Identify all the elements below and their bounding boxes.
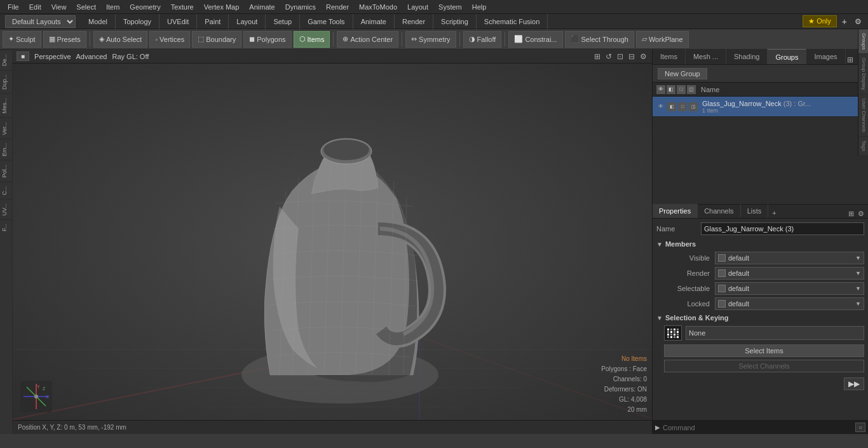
menu-layout[interactable]: Layout <box>402 2 433 12</box>
viewport-expand-btn[interactable]: ■ <box>17 51 29 61</box>
layout-tab-model[interactable]: Model <box>81 14 116 29</box>
viewport-icon-1[interactable]: ⊞ <box>593 52 602 61</box>
viewport-icon-3[interactable]: ⊡ <box>616 52 625 61</box>
props-tab-add[interactable]: + <box>768 208 780 218</box>
rst-tab-groups[interactable]: Groups <box>858 29 868 54</box>
select-through-btn[interactable]: ⬛ Select Through <box>565 31 634 48</box>
rst-tab-group-display[interactable]: Group Display <box>858 54 868 95</box>
menu-texture[interactable]: Texture <box>166 2 199 12</box>
render-dropdown[interactable]: default ▼ <box>715 267 864 280</box>
symmetry-btn[interactable]: ⇔ Symmetry <box>405 31 456 48</box>
vertices-btn[interactable]: ◦ Vertices <box>149 31 190 48</box>
left-tab-de[interactable]: De... <box>0 50 12 70</box>
layout-tab-setup[interactable]: Setup <box>266 14 300 29</box>
layout-tab-animate[interactable]: Animate <box>353 14 395 29</box>
visible-dropdown[interactable]: default ▼ <box>715 252 864 264</box>
arrow-forward-btn[interactable]: ▶▶ <box>844 377 864 390</box>
layout-add-btn[interactable]: + <box>839 17 850 27</box>
menu-help[interactable]: Help <box>467 2 492 12</box>
menu-view[interactable]: View <box>46 2 72 12</box>
falloff-btn[interactable]: ◑ Falloff <box>463 31 502 48</box>
menu-vertex-map[interactable]: Vertex Map <box>199 2 245 12</box>
layout-tab-layout[interactable]: Layout <box>229 14 266 29</box>
layout-tab-uvedit[interactable]: UVEdit <box>159 14 197 29</box>
svg-line-17 <box>389 181 394 375</box>
select-items-btn[interactable]: Select Items <box>664 344 864 357</box>
rt-tab-images[interactable]: Images <box>806 49 845 64</box>
command-end-btn[interactable]: ○ <box>855 423 865 432</box>
items-btn[interactable]: ⬡ Items <box>294 31 330 48</box>
props-tab-lists[interactable]: Lists <box>741 204 769 218</box>
visible-swatch <box>718 254 726 262</box>
menu-edit[interactable]: Edit <box>24 2 46 12</box>
viewport-settings-icon[interactable]: ⚙ <box>639 52 648 61</box>
rst-tab-tags[interactable]: Tags <box>858 137 868 156</box>
groups-header-icon2[interactable]: ◧ <box>667 85 675 94</box>
command-input[interactable] <box>663 424 855 431</box>
menu-max-to-modo[interactable]: MaxToModo <box>354 2 402 12</box>
boundary-btn[interactable]: ⬚ Boundary <box>192 31 241 48</box>
selectable-dropdown[interactable]: default ▼ <box>715 282 864 295</box>
left-tab-pol[interactable]: Pol... <box>0 160 12 182</box>
layout-gear-icon[interactable]: ⚙ <box>852 17 864 26</box>
members-arrow-icon[interactable]: ▼ <box>656 241 663 248</box>
props-settings-icon[interactable]: ⚙ <box>857 210 865 218</box>
left-tab-f[interactable]: F... <box>0 219 12 235</box>
group-eye-icon[interactable]: 👁 <box>656 102 665 111</box>
menu-select[interactable]: Select <box>71 2 101 12</box>
groups-header-icon3[interactable]: □ <box>677 85 686 94</box>
menu-render[interactable]: Render <box>321 2 354 12</box>
rt-tab-groups[interactable]: Groups <box>768 49 806 64</box>
menu-item[interactable]: Item <box>101 2 125 12</box>
groups-header-icon4[interactable]: ◫ <box>687 85 696 94</box>
new-group-btn[interactable]: New Group <box>658 68 707 79</box>
rst-tab-user-channels[interactable]: User Channels <box>858 95 868 137</box>
rt-tab-shading[interactable]: Shading <box>726 49 768 64</box>
constraints-btn[interactable]: ⬜ Constrai... <box>508 31 562 48</box>
left-tab-mes[interactable]: Mes... <box>0 93 12 118</box>
left-tab-ver[interactable]: Ver... <box>0 118 12 139</box>
auto-select-btn[interactable]: ◈ Auto Select <box>93 31 147 48</box>
rt-tab-items[interactable]: Items <box>653 49 686 64</box>
right-panel: Items Mesh ... Shading Groups Images ⊞ ⚙… <box>652 50 868 434</box>
layout-tab-render[interactable]: Render <box>395 14 433 29</box>
right-panel-expand-icon[interactable]: ⊞ <box>846 55 855 64</box>
workplane-btn[interactable]: ▱ WorkPlane <box>636 31 689 48</box>
menu-animate[interactable]: Animate <box>244 2 280 12</box>
left-tab-em[interactable]: Em... <box>0 139 12 160</box>
menu-geometry[interactable]: Geometry <box>125 2 165 12</box>
menu-system[interactable]: System <box>433 2 467 12</box>
props-name-input[interactable] <box>701 222 864 235</box>
action-center-btn[interactable]: ⊕ Action Center <box>337 31 398 48</box>
sel-keying-arrow-icon[interactable]: ▼ <box>656 315 663 322</box>
layout-tab-schematic-fusion[interactable]: Schematic Fusion <box>477 14 548 29</box>
viewport-3d[interactable]: Y X Z No Items Polygons : Face Channels:… <box>13 64 652 420</box>
sculpt-btn[interactable]: ✦ Sculpt <box>3 31 41 48</box>
polygons-btn[interactable]: ◼ Polygons <box>243 31 291 48</box>
locked-dropdown[interactable]: default ▼ <box>715 297 864 310</box>
layout-tab-scripting[interactable]: Scripting <box>433 14 477 29</box>
viewport-icon-4[interactable]: ⊟ <box>627 52 636 61</box>
left-tab-dup[interactable]: Dup... <box>0 70 12 93</box>
viewport-rotate-icon[interactable]: ↺ <box>604 52 613 61</box>
layout-tab-game-tools[interactable]: Game Tools <box>300 14 353 29</box>
props-tab-channels[interactable]: Channels <box>698 204 740 218</box>
left-tab-uv[interactable]: UV... <box>0 199 12 219</box>
layout-dropdown[interactable]: Default Layouts <box>5 15 76 28</box>
polygons-info: Polygons : Face <box>601 364 647 374</box>
select-channels-btn[interactable]: Select Channels <box>664 360 864 372</box>
menu-file[interactable]: File <box>3 2 24 12</box>
layout-tab-paint[interactable]: Paint <box>197 14 229 29</box>
star-only-btn[interactable]: ★ Only <box>803 15 837 27</box>
layout-tab-topology[interactable]: Topology <box>116 14 159 29</box>
sel-keying-dropdown[interactable]: None <box>686 326 864 340</box>
props-render-row: Render default ▼ <box>656 267 864 280</box>
props-expand-icon[interactable]: ⊞ <box>847 210 855 218</box>
group-item-0[interactable]: 👁 ◧ □ ◫ Glass_Jug_Narrow_Neck (3) : Gr..… <box>653 97 868 117</box>
presets-btn[interactable]: ▦ Presets <box>43 31 86 48</box>
rt-tab-mesh[interactable]: Mesh ... <box>686 49 726 64</box>
menu-dynamics[interactable]: Dynamics <box>280 2 321 12</box>
props-tab-properties[interactable]: Properties <box>653 204 698 218</box>
groups-header-eye-icon[interactable]: 👁 <box>656 85 665 94</box>
left-tab-c[interactable]: C... <box>0 182 12 199</box>
